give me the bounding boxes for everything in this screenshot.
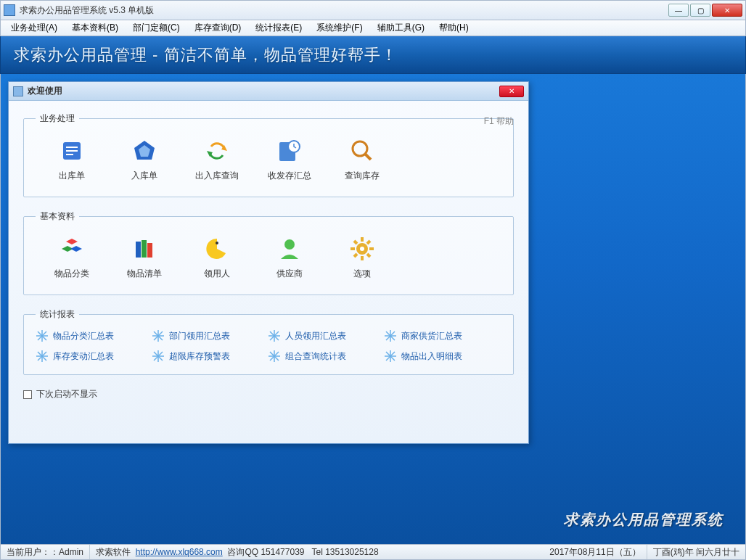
tile-supplier[interactable]: 供应商: [253, 231, 326, 283]
tile-label: 入库单: [131, 170, 157, 182]
svg-rect-14: [147, 243, 152, 258]
svg-rect-12: [136, 242, 141, 258]
group-basic-legend: 基本资料: [36, 210, 79, 223]
report-category-summary[interactable]: 物品分类汇总表: [36, 329, 137, 342]
report-label: 物品出入明细表: [401, 350, 462, 363]
startup-checkbox[interactable]: [23, 390, 32, 399]
group-reports: 统计报表 物品分类汇总表 部门领用汇总表 人员领用汇总表 商家供货汇总表 库存变…: [23, 308, 514, 375]
tile-label: 物品清单: [127, 268, 162, 280]
svg-line-25: [354, 254, 357, 257]
status-qq: 咨询QQ 151477039: [227, 546, 304, 559]
help-hint: F1 帮助: [484, 115, 514, 128]
minimize-button[interactable]: —: [668, 4, 689, 17]
svg-marker-11: [70, 246, 82, 252]
report-stock-change[interactable]: 库存变动汇总表: [36, 350, 137, 363]
report-dept-summary[interactable]: 部门领用汇总表: [152, 329, 253, 342]
menu-help[interactable]: 帮助(H): [432, 20, 476, 36]
tile-label: 出库单: [59, 170, 85, 182]
report-label: 库存变动汇总表: [53, 350, 114, 363]
inbound-icon: [130, 136, 159, 165]
svg-point-16: [284, 239, 295, 250]
banner-text: 求索办公用品管理 - 简洁不简单，物品管理好帮手！: [14, 44, 398, 66]
window-title: 求索办公用品管理系统 v5.3 单机版: [20, 4, 668, 17]
tile-inbound[interactable]: 入库单: [108, 133, 181, 185]
statusbar: 当前用户：：Admin 求索软件 http://www.xlq668.com 咨…: [0, 544, 746, 560]
sync-icon: [202, 136, 231, 165]
group-business-legend: 业务处理: [36, 112, 79, 125]
close-button[interactable]: ✕: [712, 4, 742, 17]
menubar: 业务处理(A) 基本资料(B) 部门定额(C) 库存查询(D) 统计报表(E) …: [0, 20, 746, 36]
snowflake-icon: [36, 350, 49, 363]
workspace: 欢迎使用 ✕ F1 帮助 业务处理 出库单: [0, 74, 746, 544]
report-label: 人员领用汇总表: [285, 330, 346, 342]
banner: 求索办公用品管理 - 简洁不简单，物品管理好帮手！: [0, 36, 746, 74]
tile-category[interactable]: 物品分类: [36, 231, 108, 283]
tile-options[interactable]: 选项: [326, 231, 398, 283]
tile-label: 选项: [353, 268, 371, 280]
snowflake-icon: [152, 329, 165, 342]
report-label: 超限库存预警表: [169, 350, 230, 363]
svg-point-15: [216, 242, 218, 244]
tile-summary[interactable]: 收发存汇总: [253, 133, 326, 185]
dialog-titlebar: 欢迎使用 ✕: [9, 82, 528, 101]
snowflake-icon: [384, 350, 397, 363]
tile-stock-query[interactable]: 查询库存: [326, 133, 398, 185]
welcome-dialog: 欢迎使用 ✕ F1 帮助 业务处理 出库单: [8, 81, 529, 444]
status-url[interactable]: http://www.xlq668.com: [136, 547, 223, 557]
magnifier-icon: [348, 136, 377, 165]
brand-watermark: 求索办公用品管理系统: [564, 510, 724, 530]
report-supplier-summary[interactable]: 商家供货汇总表: [384, 329, 485, 342]
cubes-icon: [57, 234, 86, 263]
app-icon: [4, 4, 15, 16]
tile-recipient[interactable]: 领用人: [181, 231, 253, 283]
tile-inout-query[interactable]: 出入库查询: [181, 133, 253, 185]
tile-label: 收发存汇总: [268, 170, 311, 182]
menu-stock-query[interactable]: 库存查询(D): [187, 20, 249, 36]
report-inout-detail[interactable]: 物品出入明细表: [384, 350, 485, 363]
dialog-title: 欢迎使用: [28, 85, 499, 97]
tile-label: 物品分类: [54, 268, 89, 280]
dialog-close-button[interactable]: ✕: [499, 86, 524, 97]
dialog-icon: [13, 86, 23, 96]
svg-rect-13: [142, 240, 147, 258]
tile-label: 出入库查询: [195, 170, 239, 182]
snowflake-icon: [152, 350, 165, 363]
status-date: 2017年08月11日（五）: [544, 545, 647, 559]
svg-line-24: [367, 254, 370, 257]
clock-doc-icon: [275, 136, 304, 165]
menu-business[interactable]: 业务处理(A): [4, 20, 65, 36]
status-tel: Tel 13513025128: [312, 547, 379, 557]
report-label: 部门领用汇总表: [169, 330, 230, 342]
menu-reports[interactable]: 统计报表(E): [248, 20, 309, 36]
svg-marker-9: [66, 239, 78, 244]
window-titlebar: 求索办公用品管理系统 v5.3 单机版 — ▢ ✕: [0, 0, 746, 20]
startup-checkbox-row: 下次启动不显示: [23, 388, 514, 400]
tile-label: 领用人: [204, 268, 230, 280]
menu-system[interactable]: 系统维护(F): [309, 20, 369, 36]
svg-line-23: [354, 241, 357, 244]
menu-tools[interactable]: 辅助工具(G): [370, 20, 432, 36]
report-combo-query[interactable]: 组合查询统计表: [268, 350, 369, 363]
books-icon: [130, 234, 159, 263]
snowflake-icon: [384, 329, 397, 342]
user-green-icon: [275, 234, 304, 263]
tile-item-list[interactable]: 物品清单: [108, 231, 181, 283]
outbound-icon: [57, 136, 86, 165]
report-stock-warning[interactable]: 超限库存预警表: [152, 350, 253, 363]
menu-dept-quota[interactable]: 部门定额(C): [126, 20, 187, 36]
gear-icon: [348, 234, 377, 263]
svg-line-26: [367, 241, 370, 244]
group-reports-legend: 统计报表: [36, 308, 79, 321]
startup-checkbox-label: 下次启动不显示: [36, 388, 97, 400]
menu-basic[interactable]: 基本资料(B): [65, 20, 126, 36]
pacman-icon: [202, 234, 231, 263]
svg-point-18: [360, 247, 364, 251]
report-person-summary[interactable]: 人员领用汇总表: [268, 329, 369, 342]
maximize-button[interactable]: ▢: [690, 4, 710, 17]
status-company: 求索软件: [96, 546, 131, 559]
tile-label: 查询库存: [345, 170, 380, 182]
tile-outbound[interactable]: 出库单: [36, 133, 108, 185]
snowflake-icon: [268, 350, 281, 363]
status-lunar: 丁酉(鸡)年 闰六月廿十: [647, 545, 745, 559]
group-basic: 基本资料 物品分类 物品清单: [23, 210, 514, 295]
